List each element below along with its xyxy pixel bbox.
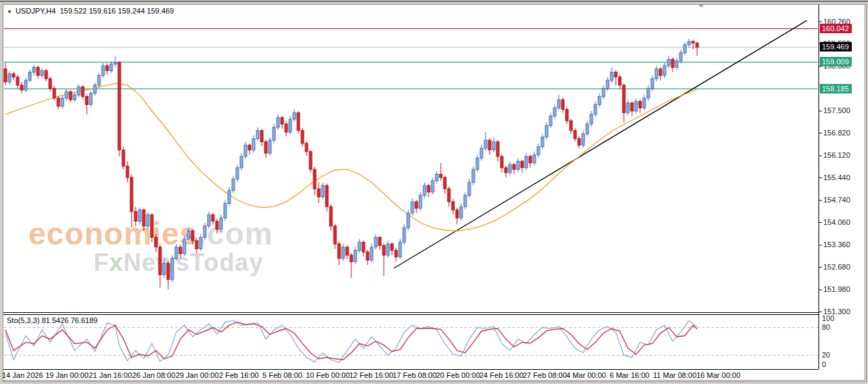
time-label: 16 Mar 00:00 xyxy=(696,371,741,379)
price-tick-label: 156.120 xyxy=(823,151,850,159)
price-tick-label: 152.680 xyxy=(823,263,850,271)
scroll-end-marker xyxy=(698,4,705,7)
time-label: 14 Jan 2026 xyxy=(2,371,43,379)
price-tick-label: 156.820 xyxy=(823,129,850,137)
time-label: 24 Feb 16:00 xyxy=(479,371,524,379)
price-tick-label: 154.740 xyxy=(823,196,850,204)
sto-tick-label: 20 xyxy=(822,351,830,359)
price-tick-label: 155.440 xyxy=(823,173,850,182)
price-level-chip: 158.185 xyxy=(820,84,852,93)
sto-tick-label: 0 xyxy=(822,360,826,368)
time-label: 26 Jan 08:00 xyxy=(132,371,176,379)
price-tick-label: 154.060 xyxy=(823,218,850,226)
trading-terminal-chart-window: economies.com FxNewsToday ▼USDJPY,H4 159… xyxy=(0,0,868,384)
symbol-dropdown-icon[interactable]: ▼ xyxy=(7,9,12,15)
time-label: 6 Mar 16:00 xyxy=(610,371,650,379)
time-label: 4 Mar 00:00 xyxy=(566,371,606,379)
time-label: 27 Feb 08:00 xyxy=(523,371,567,379)
sto-tick-label: 80 xyxy=(822,323,830,331)
time-label: 19 Jan 00:00 xyxy=(45,371,89,379)
price-tick-label: 151.980 xyxy=(823,285,850,293)
time-label: 29 Jan 00:00 xyxy=(176,371,219,379)
stochastic-name: Sto(5,3,3) xyxy=(7,316,39,324)
price-tick-label: 157.500 xyxy=(823,106,850,114)
time-label: 12 Feb 16:00 xyxy=(349,371,393,379)
time-label: 10 Feb 00:00 xyxy=(306,371,350,379)
price-tick-label: 153.360 xyxy=(823,240,850,249)
symbol-period: USDJPY,H4 xyxy=(16,7,56,15)
price-level-chip: 159.009 xyxy=(820,57,852,66)
time-label: 5 Feb 08:00 xyxy=(262,371,302,379)
quote-header: ▼USDJPY,H4 159.522 159.616 159.244 159.4… xyxy=(7,7,174,15)
chart-canvas[interactable] xyxy=(0,0,868,384)
price-level-chip: 160.042 xyxy=(820,24,852,33)
time-label: 17 Feb 08:00 xyxy=(393,371,437,379)
time-label: 11 Mar 08:00 xyxy=(653,371,696,379)
time-label: 21 Jan 16:00 xyxy=(89,371,132,379)
sto-tick-label: 100 xyxy=(822,314,834,322)
price-level-chip: 159.469 xyxy=(820,42,852,51)
stochastic-values: 81.5426 76.6189 xyxy=(41,316,98,324)
stochastic-header: Sto(5,3,3) 81.5426 76.6189 xyxy=(7,316,98,324)
time-label: 20 Feb 00:00 xyxy=(436,371,480,379)
time-label: 2 Feb 16:00 xyxy=(219,371,259,379)
quote-ohlc-values: 159.522 159.616 159.244 159.469 xyxy=(60,7,174,15)
